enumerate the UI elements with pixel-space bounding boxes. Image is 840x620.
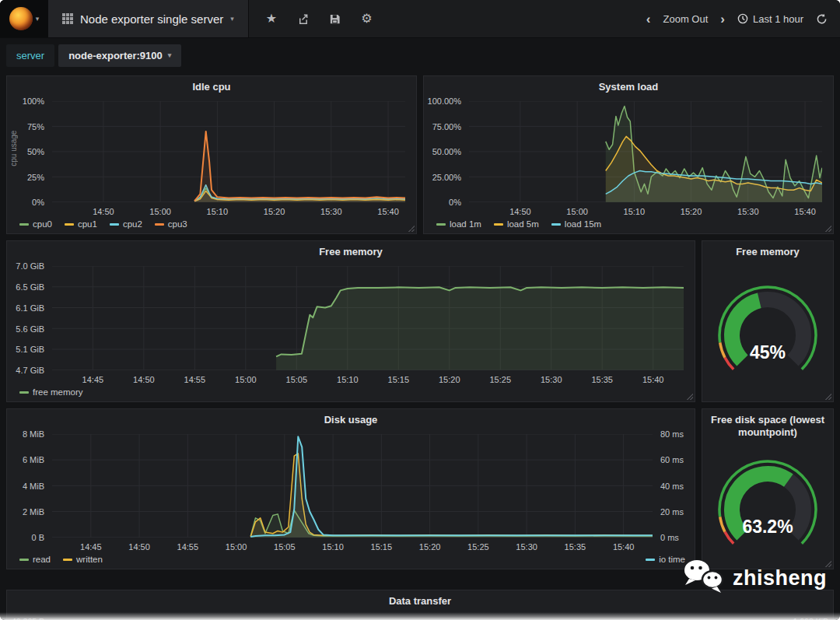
legend-item[interactable]: cpu2	[110, 219, 142, 229]
save-button[interactable]	[329, 13, 341, 25]
x-tick-label: 15:15	[371, 542, 393, 552]
x-tick-label: 14:50	[133, 375, 155, 384]
x-tick-label: 15:10	[322, 542, 344, 552]
legend-item[interactable]: load 15m	[551, 219, 601, 229]
y-tick-label: 50%	[27, 147, 44, 156]
share-icon	[297, 13, 309, 25]
y-right-tick-label: 20 ms	[660, 507, 684, 517]
time-shift-forward-button[interactable]: ›	[720, 12, 725, 26]
y-right-tick-label: 0 ms	[660, 533, 679, 542]
time-range-picker[interactable]: Last 1 hour	[737, 13, 803, 25]
refresh-button[interactable]	[816, 13, 828, 25]
dashboard-title: Node exporter single server	[80, 12, 223, 26]
star-button[interactable]: ★	[266, 12, 277, 25]
caret-down-icon: ▾	[168, 52, 172, 59]
x-tick-label: 15:10	[337, 375, 359, 384]
navbar-tools: ★ ⚙	[249, 0, 390, 37]
time-range-label: Last 1 hour	[753, 13, 803, 25]
y-tick-label: 6.5 GiB	[16, 282, 44, 292]
x-tick-label: 15:30	[541, 375, 562, 384]
panel-resize-handle[interactable]	[825, 226, 831, 232]
settings-button[interactable]: ⚙	[361, 12, 372, 25]
panel-resize-handle[interactable]	[687, 394, 693, 400]
panel-resize-handle[interactable]	[408, 226, 415, 232]
legend-label: cpu3	[168, 219, 187, 229]
free-memory-graph: 7.0 GiB6.5 GiB6.1 GiB5.6 GiB5.1 GiB4.7 G…	[7, 260, 695, 386]
legend-swatch-icon	[19, 223, 29, 226]
x-tick-label: 15:20	[264, 207, 285, 216]
legend-item[interactable]: read	[19, 555, 51, 564]
x-tick-label: 14:50	[128, 542, 150, 552]
idle-cpu-graph: cpu usage100%75%50%25%0%14:5015:0015:101…	[7, 95, 416, 218]
legend-item[interactable]: io time	[646, 555, 685, 564]
panel-title[interactable]: Free memory	[7, 241, 695, 260]
x-tick-label: 15:25	[467, 542, 489, 552]
variable-value-text: node-exporter:9100	[68, 50, 163, 61]
y-tick-label: 7.0 GiB	[16, 261, 44, 271]
legend-swatch-icon	[19, 559, 29, 561]
gear-icon: ⚙	[361, 12, 372, 25]
zoom-out-button[interactable]: Zoom Out	[663, 13, 708, 25]
y-tick-label: 100%	[23, 96, 44, 106]
gauge-value: 45%	[750, 342, 786, 363]
x-tick-label: 15:35	[565, 542, 586, 552]
x-tick-label: 15:30	[737, 207, 759, 216]
share-button[interactable]	[297, 13, 309, 25]
legend-swatch-icon	[19, 391, 29, 394]
panel-free-disk-gauge: Free disk space (lowest mountpoint) 63.2…	[702, 408, 834, 569]
legend-label: free memory	[33, 387, 83, 397]
variable-label-server: server	[6, 44, 54, 67]
legend-label: load 5m	[507, 219, 539, 229]
y-tick-label: 0 B	[31, 533, 44, 542]
panel-title[interactable]: Free disk space (lowest mountpoint)	[702, 409, 833, 441]
x-tick-label: 15:15	[388, 375, 410, 384]
free-memory-legend: free memory	[7, 386, 695, 401]
legend-item[interactable]: free memory	[19, 387, 83, 397]
submenu: server node-exporter:9100 ▾	[0, 38, 840, 72]
watermark: zhisheng	[681, 559, 827, 597]
gauge-value: 63.2%	[742, 517, 793, 537]
y-tick-label: 4 MiB	[23, 482, 44, 491]
star-icon: ★	[266, 12, 277, 25]
variable-value-dropdown[interactable]: node-exporter:9100 ▾	[58, 44, 181, 67]
y-tick-label: 5.1 GiB	[16, 345, 44, 354]
dashboard-grid: Idle cpu cpu usage100%75%50%25%0%14:5015…	[0, 72, 840, 620]
grafana-logo-button[interactable]: ▾	[0, 0, 48, 37]
legend-swatch-icon	[494, 223, 503, 226]
x-tick-label: 14:55	[184, 375, 206, 384]
y-right-tick-label: 80 ms	[660, 429, 684, 439]
save-icon	[329, 13, 341, 25]
panel-title[interactable]: System load	[424, 76, 833, 95]
y-tick-label: 25%	[27, 173, 44, 182]
x-tick-label: 14:50	[509, 207, 531, 216]
panel-resize-handle[interactable]	[825, 394, 831, 400]
wechat-icon	[681, 559, 726, 597]
panel-title[interactable]: Disk usage	[7, 409, 695, 428]
x-tick-label: 15:05	[286, 375, 308, 384]
legend-item[interactable]: load 1m	[436, 219, 481, 229]
legend-item[interactable]: written	[63, 555, 103, 564]
panel-disk-usage: Disk usage 8 MiB6 MiB4 MiB2 MiB0 B80 ms6…	[6, 408, 695, 569]
x-tick-label: 15:20	[681, 207, 702, 216]
x-tick-label: 14:45	[82, 375, 104, 384]
bottom-fade	[0, 612, 840, 620]
legend-item[interactable]: cpu0	[19, 219, 52, 229]
legend-label: cpu2	[123, 219, 142, 229]
legend-item[interactable]: load 5m	[494, 219, 539, 229]
legend-label: cpu0	[33, 219, 52, 229]
time-shift-back-button[interactable]: ‹	[646, 12, 651, 26]
panel-title[interactable]: Free memory	[702, 241, 833, 260]
dashboard-picker[interactable]: Node exporter single server ▾	[48, 0, 249, 37]
x-tick-label: 15:00	[226, 542, 247, 552]
legend-label: load 1m	[450, 219, 481, 229]
panel-title[interactable]: Idle cpu	[7, 76, 416, 95]
legend-item[interactable]: cpu1	[65, 219, 97, 229]
x-tick-label: 15:40	[377, 207, 399, 216]
y-tick-label: 5.6 GiB	[16, 324, 44, 334]
y-tick-label: 2 MiB	[23, 507, 44, 517]
legend-item[interactable]: cpu3	[155, 219, 187, 229]
y-tick-label: 25.00%	[432, 173, 461, 182]
y-tick-label: 50.00%	[432, 147, 461, 156]
y-tick-label: 4.7 GiB	[16, 366, 44, 375]
x-tick-label: 15:20	[439, 375, 460, 384]
